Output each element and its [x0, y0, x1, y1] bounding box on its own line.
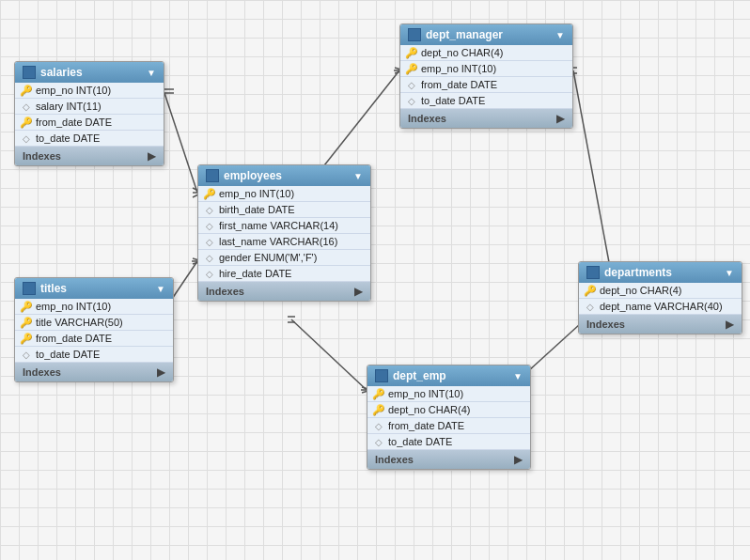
table-icon — [586, 266, 600, 279]
table-titles-header[interactable]: titles ▼ — [15, 278, 173, 299]
table-employees-header[interactable]: employees ▼ — [198, 165, 370, 186]
table-dept-manager: dept_manager ▼ 🔑 dept_no CHAR(4) 🔑 emp_n… — [399, 23, 573, 129]
field-text: hire_date DATE — [219, 268, 291, 279]
table-departments-fields: 🔑 dept_no CHAR(4) ◇ dept_name VARCHAR(40… — [579, 283, 742, 315]
field-text: gender ENUM('M','F') — [219, 252, 317, 263]
table-departments-footer[interactable]: Indexes ▶ — [579, 315, 742, 334]
field-text: emp_no INT(10) — [219, 188, 294, 199]
key-icon: 🔑 — [373, 388, 384, 399]
table-dept-manager-header[interactable]: dept_manager ▼ — [400, 24, 572, 45]
diamond-icon: ◇ — [204, 236, 215, 247]
field-row[interactable]: ◇ birth_date DATE — [198, 202, 370, 218]
field-text: dept_no CHAR(4) — [421, 47, 503, 58]
field-text: to_date DATE — [36, 349, 100, 360]
table-dept-emp-title: dept_emp — [393, 369, 509, 382]
diamond-icon: ◇ — [204, 204, 215, 215]
footer-label: Indexes — [206, 286, 244, 297]
table-dept-manager-footer[interactable]: Indexes ▶ — [400, 109, 572, 128]
field-row[interactable]: 🔑 emp_no INT(10) — [198, 186, 370, 202]
table-employees-title: employees — [224, 169, 350, 182]
field-row[interactable]: ◇ hire_date DATE — [198, 266, 370, 282]
table-salaries-footer[interactable]: Indexes ▶ — [15, 147, 164, 165]
table-titles-footer[interactable]: Indexes ▶ — [15, 363, 173, 381]
field-row[interactable]: 🔑 emp_no INT(10) — [15, 83, 164, 99]
diamond-icon: ◇ — [204, 268, 215, 279]
field-text: salary INT(11) — [36, 101, 102, 112]
field-text: emp_no INT(10) — [36, 85, 111, 96]
field-text: emp_no INT(10) — [36, 301, 111, 312]
table-dept-emp-header[interactable]: dept_emp ▼ — [367, 366, 530, 386]
table-departments-title: departments — [604, 266, 721, 279]
diamond-icon: ◇ — [204, 252, 215, 263]
field-row[interactable]: 🔑 emp_no INT(10) — [15, 299, 173, 315]
table-salaries: salaries ▼ 🔑 emp_no INT(10) ◇ salary INT… — [14, 61, 164, 166]
field-row[interactable]: ◇ to_date DATE — [400, 93, 572, 109]
field-row[interactable]: 🔑 title VARCHAR(50) — [15, 315, 173, 331]
table-salaries-title: salaries — [40, 66, 143, 79]
table-departments-header[interactable]: departments ▼ — [579, 262, 742, 283]
table-icon — [408, 28, 421, 41]
field-text: last_name VARCHAR(16) — [219, 236, 337, 247]
arrow-right-icon: ▶ — [556, 112, 565, 125]
field-row[interactable]: 🔑 emp_no INT(10) — [367, 386, 530, 402]
field-row[interactable]: ◇ to_date DATE — [15, 131, 164, 147]
field-text: dept_no CHAR(4) — [600, 285, 681, 296]
field-text: first_name VARCHAR(14) — [219, 220, 338, 231]
footer-label: Indexes — [23, 150, 61, 162]
diamond-icon: ◇ — [21, 132, 32, 144]
table-titles-title: titles — [40, 282, 152, 295]
key-icon: 🔑 — [406, 47, 417, 58]
table-employees-footer[interactable]: Indexes ▶ — [198, 282, 370, 301]
table-employees-fields: 🔑 emp_no INT(10) ◇ birth_date DATE ◇ fir… — [198, 186, 370, 282]
table-salaries-fields: 🔑 emp_no INT(10) ◇ salary INT(11) 🔑 from… — [15, 83, 164, 147]
field-text: to_date DATE — [421, 95, 485, 106]
key-icon: 🔑 — [21, 333, 32, 344]
footer-label: Indexes — [408, 113, 446, 124]
field-row[interactable]: 🔑 dept_no CHAR(4) — [400, 45, 572, 61]
table-salaries-header[interactable]: salaries ▼ — [15, 62, 164, 83]
table-dept-emp: dept_emp ▼ 🔑 emp_no INT(10) 🔑 dept_no CH… — [367, 365, 531, 470]
chevron-down-icon: ▼ — [513, 371, 523, 381]
diamond-icon: ◇ — [204, 220, 215, 231]
diamond-icon: ◇ — [373, 436, 384, 447]
field-row[interactable]: 🔑 dept_no CHAR(4) — [579, 283, 742, 299]
arrow-right-icon: ▶ — [514, 453, 523, 466]
field-row[interactable]: ◇ to_date DATE — [15, 347, 173, 363]
field-text: dept_name VARCHAR(40) — [600, 301, 723, 312]
field-row[interactable]: ◇ salary INT(11) — [15, 99, 164, 115]
field-text: emp_no INT(10) — [421, 63, 496, 74]
chevron-down-icon: ▼ — [555, 30, 565, 40]
field-text: birth_date DATE — [219, 204, 295, 215]
field-row[interactable]: ◇ from_date DATE — [367, 418, 530, 434]
field-row[interactable]: ◇ first_name VARCHAR(14) — [198, 218, 370, 234]
key-icon: 🔑 — [21, 85, 32, 96]
field-row[interactable]: ◇ gender ENUM('M','F') — [198, 250, 370, 266]
er-diagram-canvas: salaries ▼ 🔑 emp_no INT(10) ◇ salary INT… — [0, 0, 750, 560]
key-icon: 🔑 — [21, 117, 32, 128]
chevron-down-icon: ▼ — [156, 284, 165, 294]
field-row[interactable]: 🔑 dept_no CHAR(4) — [367, 402, 530, 418]
table-dept-emp-footer[interactable]: Indexes ▶ — [367, 450, 530, 469]
diamond-icon: ◇ — [585, 301, 596, 312]
field-row[interactable]: 🔑 emp_no INT(10) — [400, 61, 572, 77]
field-row[interactable]: 🔑 from_date DATE — [15, 115, 164, 131]
field-row[interactable]: ◇ last_name VARCHAR(16) — [198, 234, 370, 250]
field-text: from_date DATE — [388, 420, 464, 431]
field-row[interactable]: ◇ to_date DATE — [367, 434, 530, 450]
field-row[interactable]: ◇ from_date DATE — [400, 77, 572, 93]
field-text: from_date DATE — [36, 117, 112, 128]
field-text: dept_no CHAR(4) — [388, 404, 470, 415]
diamond-icon: ◇ — [21, 101, 32, 112]
field-row[interactable]: ◇ dept_name VARCHAR(40) — [579, 299, 742, 315]
diamond-icon: ◇ — [21, 349, 32, 360]
table-titles: titles ▼ 🔑 emp_no INT(10) 🔑 title VARCHA… — [14, 277, 174, 382]
field-row[interactable]: 🔑 from_date DATE — [15, 331, 173, 347]
table-icon — [23, 282, 36, 295]
arrow-right-icon: ▶ — [354, 285, 363, 298]
arrow-right-icon: ▶ — [726, 318, 734, 331]
key-icon: 🔑 — [204, 188, 215, 199]
field-text: to_date DATE — [36, 132, 100, 144]
diamond-icon: ◇ — [406, 79, 417, 90]
field-text: from_date DATE — [36, 333, 112, 344]
chevron-down-icon: ▼ — [353, 171, 363, 181]
